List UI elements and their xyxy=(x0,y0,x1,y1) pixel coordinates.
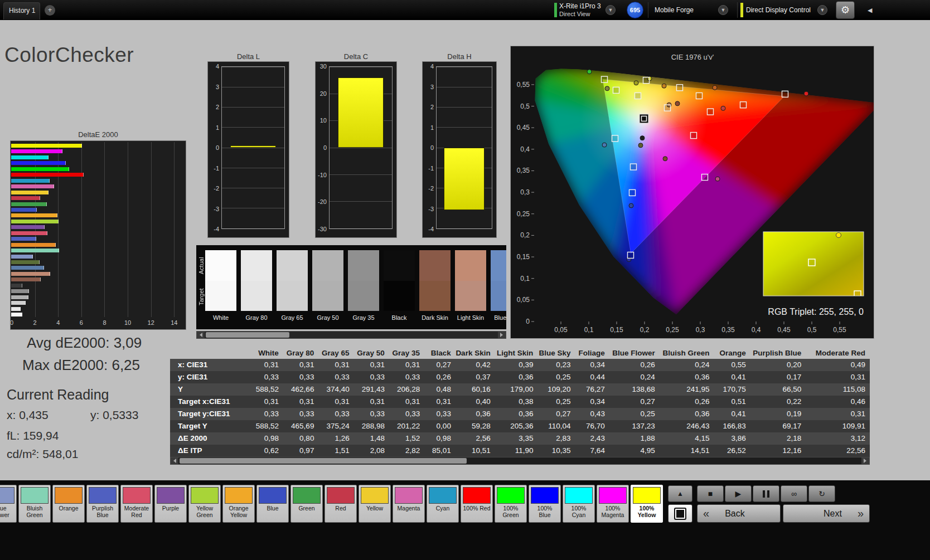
svg-text:0,55: 0,55 xyxy=(517,81,530,89)
patch-button-blue-flower[interactable]: Blue Flower xyxy=(0,485,17,523)
swatch-label: Gray 80 xyxy=(241,314,272,321)
patch-button-yellow[interactable]: Yellow xyxy=(359,485,391,523)
patch-button-moderate-red[interactable]: Moderate Red xyxy=(120,485,153,523)
deltae-bar-blue xyxy=(11,208,37,212)
measured-point xyxy=(640,136,645,140)
y-axis-tick-label: -20 xyxy=(316,198,327,205)
gridline xyxy=(222,127,284,128)
table-cell: 0,36 xyxy=(660,408,714,420)
patch-label: 100% Cyan xyxy=(565,505,593,518)
patch-button-purplish-blue[interactable]: Purplish Blue xyxy=(86,485,119,523)
patch-button-100-red[interactable]: 100% Red xyxy=(461,485,493,523)
source-dropdown-icon[interactable]: ▼ xyxy=(718,5,728,15)
patch-button-purple[interactable]: Purple xyxy=(154,485,187,523)
patch-button-magenta[interactable]: Magenta xyxy=(393,485,425,523)
table-cell: 0,19 xyxy=(750,408,806,420)
target-swatch xyxy=(205,281,236,311)
gridline xyxy=(222,208,284,208)
patch-label: Green xyxy=(293,505,321,512)
gear-icon[interactable]: ⚙ xyxy=(836,1,855,19)
display-control-dropdown-icon[interactable]: ▼ xyxy=(817,5,827,15)
continuous-button[interactable]: ∞ xyxy=(781,485,807,502)
table-column-header: Gray 50 xyxy=(353,348,389,359)
table-cell: 206,28 xyxy=(389,383,424,396)
current-fl-value: fL: 159,94 xyxy=(7,429,59,442)
loop-icon: ↻ xyxy=(818,489,825,498)
meter-dropdown-icon[interactable]: ▼ xyxy=(606,5,616,15)
patch-button-cyan[interactable]: Cyan xyxy=(427,485,459,523)
patch-button-green[interactable]: Green xyxy=(290,485,323,523)
target-swatch xyxy=(419,281,451,311)
table-row-label: x: CIE31 xyxy=(170,359,249,371)
collapse-panel-icon[interactable]: ◀ xyxy=(868,7,872,14)
patch-swatch xyxy=(259,487,287,504)
patch-button-100-cyan[interactable]: 100% Cyan xyxy=(563,485,595,523)
y-axis-tick-label: -30 xyxy=(316,226,327,232)
play-icon: ▶ xyxy=(735,489,742,498)
table-cell: 12,16 xyxy=(750,445,806,457)
scroll-left-icon[interactable] xyxy=(197,332,205,338)
deltae-bar-light-skin xyxy=(11,272,50,276)
play-button[interactable]: ▶ xyxy=(725,485,752,502)
x-axis-tick-label: 14 xyxy=(168,319,180,326)
deltae-bar-orange-yellow xyxy=(11,213,57,217)
table-cell: 66,50 xyxy=(750,383,806,396)
patch-button-yellow-green[interactable]: Yellow Green xyxy=(188,485,221,523)
patch-button-100-yellow[interactable]: 100% Yellow xyxy=(631,485,663,523)
scroll-right-icon[interactable] xyxy=(861,457,869,464)
patch-button-bluish-green[interactable]: Bluish Green xyxy=(18,485,51,523)
patch-button-red[interactable]: Red xyxy=(324,485,357,523)
table-cell: 0,25 xyxy=(609,408,660,420)
table-cell: 0,31 xyxy=(283,396,318,408)
target-row-label: Target xyxy=(197,281,205,313)
table-cell: 76,27 xyxy=(575,383,609,396)
swatch-strip-scrollbar[interactable] xyxy=(196,331,506,339)
table-row-label: ΔE 2000 xyxy=(170,432,249,445)
svg-text:0,45: 0,45 xyxy=(777,326,791,334)
table-cell: 1,26 xyxy=(318,432,353,445)
patch-button-100-blue[interactable]: 100% Blue xyxy=(529,485,561,523)
deltae-bar-moderate-red xyxy=(11,231,47,235)
y-axis-tick-label: 20 xyxy=(316,90,327,97)
deltae-bar-cyan xyxy=(11,179,50,183)
table-cell: 166,83 xyxy=(714,420,750,432)
patch-button-100-magenta[interactable]: 100% Magenta xyxy=(597,485,629,523)
target-point xyxy=(629,189,636,196)
measured-point xyxy=(634,81,638,85)
target-swatch xyxy=(241,281,272,311)
svg-text:0,05: 0,05 xyxy=(517,296,530,304)
table-row: y: CIE310,330,330,330,330,330,260,370,36… xyxy=(170,371,870,383)
table-scrollbar[interactable] xyxy=(170,457,870,465)
pause-button[interactable] xyxy=(753,485,779,502)
patch-button-orange[interactable]: Orange xyxy=(52,485,85,523)
next-button[interactable]: Next » xyxy=(783,504,870,523)
table-cell: 0,33 xyxy=(389,408,424,420)
history-tab[interactable]: History 1 xyxy=(3,2,40,20)
y-axis-tick-label: -2 xyxy=(208,185,219,192)
deltae-bar-green xyxy=(11,202,47,206)
stop-button[interactable]: ■ xyxy=(697,485,724,502)
patch-label: Yellow Green xyxy=(191,505,219,518)
add-tab-button[interactable]: + xyxy=(45,5,55,16)
scrollbar-thumb[interactable] xyxy=(180,458,467,464)
patch-bar-up-button[interactable]: ▲ xyxy=(668,485,692,502)
gridline xyxy=(222,107,284,108)
scroll-right-icon[interactable] xyxy=(498,332,506,338)
y-axis-tick-label: 2 xyxy=(423,104,434,110)
svg-text:0,2: 0,2 xyxy=(640,326,650,334)
table-cell: 110,04 xyxy=(537,420,575,432)
table-cell: 0,48 xyxy=(424,383,456,396)
patch-button-orange-yellow[interactable]: Orange Yellow xyxy=(222,485,255,523)
back-button[interactable]: « Back xyxy=(697,504,781,523)
scroll-left-icon[interactable] xyxy=(171,457,178,464)
patch-button-blue[interactable]: Blue xyxy=(256,485,289,523)
loop-button[interactable]: ↻ xyxy=(808,485,835,502)
table-cell: 137,23 xyxy=(609,420,660,432)
scrollbar-thumb[interactable] xyxy=(206,332,289,338)
table-cell: 2,18 xyxy=(750,432,806,445)
table-cell: 588,52 xyxy=(249,383,283,396)
deltae-bar-100-magenta xyxy=(11,149,62,153)
patch-label: 100% Yellow xyxy=(633,505,661,518)
patch-button-100-green[interactable]: 100% Green xyxy=(495,485,527,523)
patch-window-button[interactable] xyxy=(668,504,692,523)
